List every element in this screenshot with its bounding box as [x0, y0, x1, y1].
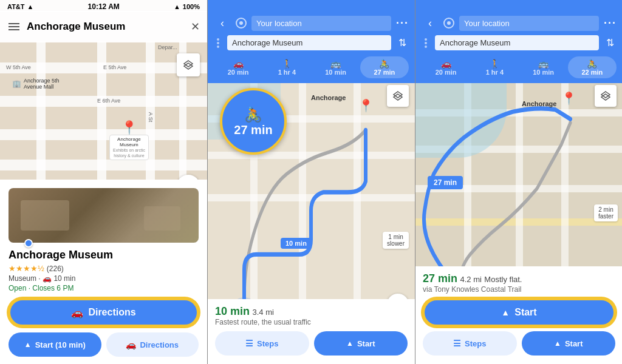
start-small-button[interactable]: ▲ Start (10 min): [9, 332, 101, 357]
back-button-2[interactable]: ‹: [214, 15, 231, 32]
route-time-2: 10 min: [215, 305, 250, 317]
bottom-actions-3: ☰ Steps ▲ Start: [423, 331, 615, 356]
back-button-3[interactable]: ‹: [422, 15, 439, 32]
swap-button-3[interactable]: ⇅: [604, 37, 617, 49]
arrow-icon-2: ▲: [346, 339, 354, 348]
tab-drive-3[interactable]: 🚗 20 min: [422, 56, 470, 78]
badge-time-2: 27 min: [234, 123, 272, 137]
svg-marker-8: [394, 92, 402, 98]
destination-field-2[interactable]: Anchorage Museum: [227, 35, 391, 50]
street-label-e6th: E 6th Ave: [97, 98, 120, 104]
route-duration-badge-3: 27 min: [428, 176, 463, 189]
destination-pin-3: 📍: [561, 91, 576, 106]
transit-time-tab-3: 10 min: [533, 69, 554, 76]
street-label-w5th: W 5th Ave: [6, 64, 31, 70]
walk-time-tab-2: 1 hr 4: [278, 69, 296, 76]
bottom-action-bar: ▲ Start (10 min) 🚗 Directions: [9, 332, 199, 364]
tab-bike-3[interactable]: 🚴 22 min: [568, 56, 617, 78]
origin-text-2: Your location: [256, 19, 386, 28]
svg-marker-9: [394, 94, 402, 100]
arrow-icon-large-3: ▲: [501, 308, 510, 317]
svg-marker-16: [601, 92, 610, 98]
wifi-icon-1: ▲: [27, 3, 34, 10]
destination-pin-2: 📍: [358, 98, 374, 113]
start-button-3[interactable]: ▲ Start: [522, 331, 616, 356]
destination-text-3: Anchorage Museum: [440, 38, 594, 47]
swap-button-2[interactable]: ⇅: [396, 37, 409, 49]
more-options-2[interactable]: ···: [396, 17, 409, 30]
location-pin-icon-3: [443, 18, 454, 29]
steps-label-2: Steps: [257, 339, 278, 348]
status-right-1: ▲ 100%: [174, 3, 200, 10]
nav-top-row-2: ‹ Your location ···: [208, 11, 415, 35]
museum-photo: [9, 188, 199, 243]
status-left-1: AT&T ▲: [7, 3, 33, 10]
directions-small-label: Directions: [140, 340, 179, 349]
drive-icon-tab-2: 🚗: [233, 59, 244, 69]
nav-bar-3: ‹ Your location ··· Anchorage Museum ⇅ �: [415, 0, 622, 83]
walk-time-tab-3: 1 hr 4: [486, 69, 504, 76]
drive-time-tab-2: 20 min: [228, 69, 249, 76]
street-label-depar: Depar...: [158, 44, 177, 50]
nav-top-row-3: ‹ Your location ···: [415, 11, 622, 35]
bike-time-tab-3: 22 min: [581, 69, 603, 76]
bike-icon-tab-3: 🚴: [587, 59, 597, 69]
car-icon-btn: 🚗: [71, 307, 83, 318]
steps-button-2[interactable]: ☰ Steps: [215, 331, 309, 356]
svg-marker-17: [601, 94, 610, 100]
directions-big-label: Directions: [88, 307, 135, 318]
start-label-2: Start: [357, 339, 375, 348]
steps-label-3: Steps: [465, 339, 486, 348]
user-location-dot-1: [24, 239, 33, 248]
route-qualifier-3: Mostly flat.: [484, 275, 522, 284]
close-icon[interactable]: ✕: [191, 20, 200, 33]
rating-count: (226): [47, 265, 64, 273]
street-label-e5th: E 5th Ave: [103, 64, 126, 70]
panel-3: AT&T ▲ 10:12 AM ▲ 100% ‹ Your location ·…: [415, 0, 622, 364]
tab-bike-2[interactable]: 🚴 27 min: [360, 56, 409, 78]
transport-tabs-2: 🚗 20 min 🚶 1 hr 4 🚌 10 min 🚴 27 min: [208, 54, 415, 83]
layer-button-3[interactable]: [595, 85, 617, 107]
tab-transit-3[interactable]: 🚌 10 min: [519, 56, 568, 78]
route-dots-icon-3: [422, 38, 430, 48]
faster-badge-mid-3: 2 minfaster: [594, 204, 618, 221]
museum-name: Anchorage Museum: [9, 249, 199, 261]
route-dist-2: 3.4 mi: [252, 308, 273, 317]
nav-route-row-3: Anchorage Museum ⇅: [415, 35, 622, 54]
svg-marker-1: [184, 63, 193, 69]
status-bar-1: AT&T ▲ 10:12 AM ▲ 100%: [0, 0, 207, 12]
route-via-3: via Tony Knowles Coastal Trail: [423, 285, 615, 294]
arrow-icon-3: ▲: [554, 339, 561, 348]
info-card-1: Anchorage Museum ★★★★½ (226) Museum · 🚗 …: [0, 180, 207, 364]
layer-button-2[interactable]: [387, 85, 409, 107]
directions-big-button[interactable]: 🚗 Directions: [9, 298, 199, 326]
rating-row: ★★★★½ (226): [9, 264, 199, 273]
walk-icon-tab-2: 🚶: [282, 59, 292, 69]
origin-field-2[interactable]: Your location: [251, 16, 391, 31]
bottom-actions-2: ☰ Steps ▲ Start: [215, 331, 408, 356]
menu-icon[interactable]: [7, 20, 21, 33]
nav-route-row-2: Anchorage Museum ⇅: [208, 35, 415, 54]
more-options-3[interactable]: ···: [604, 17, 617, 30]
destination-field-3[interactable]: Anchorage Museum: [435, 35, 599, 50]
start-large-button-3[interactable]: ▲ Start: [423, 298, 615, 326]
route-desc-2: Fastest route, the usual traffic: [215, 318, 408, 326]
transit-icon-tab-2: 🚌: [330, 59, 341, 69]
panel-1: AT&T ▲ 10:12 AM ▲ 100% Anchorage Museum …: [0, 0, 207, 364]
directions-small-button[interactable]: 🚗 Directions: [106, 332, 199, 357]
steps-button-3[interactable]: ☰ Steps: [423, 331, 517, 356]
signal-icon-1: ▲: [174, 3, 180, 10]
drive-icon-tab-3: 🚗: [441, 59, 451, 69]
tab-transit-2[interactable]: 🚌 10 min: [312, 56, 360, 78]
city-label-3: Anchorage: [522, 100, 556, 107]
carrier-label-1: AT&T: [7, 3, 25, 10]
hours-label: Open · Closes 6 PM: [9, 284, 199, 292]
tab-walk-3[interactable]: 🚶 1 hr 4: [470, 56, 519, 78]
tab-walk-2[interactable]: 🚶 1 hr 4: [262, 56, 311, 78]
slower-badge-2: 1 minslower: [383, 232, 409, 249]
start-button-2[interactable]: ▲ Start: [314, 331, 408, 356]
steps-icon-3: ☰: [453, 339, 461, 348]
origin-field-3[interactable]: Your location: [459, 16, 599, 31]
tab-drive-2[interactable]: 🚗 20 min: [214, 56, 262, 78]
layer-button-1[interactable]: [177, 53, 200, 76]
